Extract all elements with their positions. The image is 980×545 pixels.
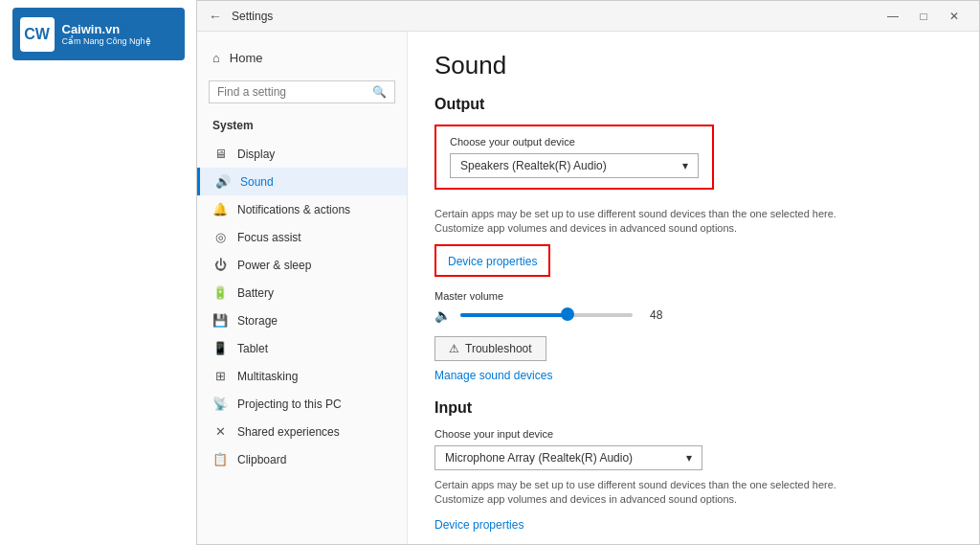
output-description: Certain apps may be set up to use differ…: [434, 207, 836, 237]
sidebar-home[interactable]: ⌂ Home: [197, 43, 407, 73]
sidebar-clipboard-label: Clipboard: [237, 453, 286, 466]
sidebar-sound-label: Sound: [240, 175, 274, 189]
back-button[interactable]: ←: [209, 9, 222, 24]
sidebar-focus-label: Focus assist: [237, 231, 301, 244]
search-icon: 🔍: [372, 85, 387, 99]
sidebar-item-battery[interactable]: 🔋 Battery: [197, 279, 407, 307]
home-label: Home: [230, 51, 263, 65]
minimize-button[interactable]: —: [880, 6, 906, 27]
manage-sound-devices-link[interactable]: Manage sound devices: [434, 369, 952, 382]
maximize-button[interactable]: □: [910, 6, 937, 27]
sidebar-item-tablet[interactable]: 📱 Tablet: [197, 334, 407, 362]
window-title: Settings: [232, 10, 880, 23]
troubleshoot-label: Troubleshoot: [465, 342, 532, 355]
blog-header: CW Caiwin.vn Cẩm Nang Công Nghệ: [0, 0, 196, 545]
volume-slider[interactable]: [460, 313, 633, 317]
input-device-label: Choose your input device: [434, 428, 952, 440]
output-device-properties-box: Device properties: [434, 244, 550, 277]
output-device-box: Choose your output device Speakers (Real…: [434, 125, 714, 190]
clipboard-icon: 📋: [212, 452, 228, 466]
input-dropdown-arrow: ▾: [686, 451, 692, 465]
sidebar-power-label: Power & sleep: [237, 259, 311, 272]
sidebar-item-power[interactable]: ⏻ Power & sleep: [197, 251, 407, 279]
power-icon: ⏻: [212, 258, 228, 272]
close-button[interactable]: ✕: [941, 6, 968, 27]
display-icon: 🖥: [212, 147, 228, 161]
sidebar-storage-label: Storage: [237, 314, 278, 328]
sidebar-item-notifications[interactable]: 🔔 Notifications & actions: [197, 195, 407, 223]
search-input[interactable]: [217, 85, 367, 99]
shared-icon: ✕: [212, 424, 228, 439]
volume-label: Master volume: [434, 290, 952, 302]
tablet-icon: 📱: [212, 341, 228, 355]
input-device-select[interactable]: Microphone Array (Realtek(R) Audio) ▾: [434, 445, 702, 470]
content-area: ⌂ Home 🔍 System 🖥 Display 🔊 Sound 🔔 Noti…: [197, 32, 979, 544]
page-title: Sound: [434, 51, 952, 80]
slider-fill: [460, 313, 568, 317]
slider-thumb: [561, 307, 574, 321]
blog-subtitle: Cẩm Nang Công Nghệ: [62, 36, 151, 46]
sidebar-item-storage[interactable]: 💾 Storage: [197, 307, 407, 334]
output-section-title: Output: [434, 96, 952, 113]
sidebar-item-multitasking[interactable]: ⊞ Multitasking: [197, 362, 407, 390]
title-bar: ← Settings — □ ✕: [197, 1, 979, 32]
search-box[interactable]: 🔍: [209, 80, 395, 103]
input-description: Certain apps may be set up to use differ…: [434, 478, 836, 508]
input-device-value: Microphone Array (Realtek(R) Audio): [445, 451, 633, 465]
sidebar-shared-label: Shared experiences: [237, 425, 340, 439]
sidebar-tablet-label: Tablet: [237, 342, 268, 355]
sidebar-display-label: Display: [237, 148, 275, 161]
multitasking-icon: ⊞: [212, 369, 228, 383]
volume-icon: 🔈: [434, 307, 451, 323]
sidebar: ⌂ Home 🔍 System 🖥 Display 🔊 Sound 🔔 Noti…: [197, 32, 408, 544]
settings-window: ← Settings — □ ✕ ⌂ Home 🔍 System 🖥 Displ…: [196, 0, 980, 545]
sidebar-battery-label: Battery: [237, 286, 274, 300]
output-device-label: Choose your output device: [450, 136, 699, 148]
sidebar-projecting-label: Projecting to this PC: [237, 397, 342, 411]
sidebar-item-display[interactable]: 🖥 Display: [197, 140, 407, 168]
blog-title: Caiwin.vn: [62, 22, 151, 36]
output-dropdown-arrow: ▾: [682, 159, 688, 172]
sidebar-item-shared[interactable]: ✕ Shared experiences: [197, 418, 407, 445]
sidebar-multitasking-label: Multitasking: [237, 370, 298, 383]
sidebar-item-sound[interactable]: 🔊 Sound: [197, 168, 407, 195]
window-controls: — □ ✕: [880, 6, 968, 27]
home-icon: ⌂: [212, 51, 220, 65]
volume-section: Master volume 🔈 48: [434, 290, 952, 323]
output-device-properties-link[interactable]: Device properties: [448, 255, 537, 268]
input-device-properties-link[interactable]: Device properties: [434, 518, 523, 532]
blog-logo-cw: CW: [20, 17, 55, 52]
troubleshoot-icon: ⚠: [449, 342, 459, 355]
focus-icon: ◎: [212, 230, 228, 244]
output-device-value: Speakers (Realtek(R) Audio): [460, 159, 607, 172]
volume-row: 🔈 48: [434, 307, 952, 323]
sidebar-item-projecting[interactable]: 📡 Projecting to this PC: [197, 390, 407, 418]
input-section-title: Input: [434, 399, 952, 417]
battery-icon: 🔋: [212, 285, 228, 300]
main-panel: Sound Output Choose your output device S…: [408, 32, 979, 544]
system-section-label: System: [197, 111, 407, 140]
sidebar-item-focus[interactable]: ◎ Focus assist: [197, 223, 407, 251]
blog-logo: CW Caiwin.vn Cẩm Nang Công Nghệ: [12, 8, 185, 60]
sidebar-item-clipboard[interactable]: 📋 Clipboard: [197, 445, 407, 473]
notifications-icon: 🔔: [212, 202, 228, 216]
projecting-icon: 📡: [212, 397, 228, 411]
troubleshoot-button[interactable]: ⚠ Troubleshoot: [434, 336, 546, 361]
sound-icon: 🔊: [215, 174, 231, 189]
volume-value: 48: [650, 308, 662, 322]
blog-logo-text: Caiwin.vn Cẩm Nang Công Nghệ: [62, 22, 151, 46]
storage-icon: 💾: [212, 313, 228, 328]
output-device-select[interactable]: Speakers (Realtek(R) Audio) ▾: [450, 153, 699, 178]
sidebar-notifications-label: Notifications & actions: [237, 203, 350, 216]
